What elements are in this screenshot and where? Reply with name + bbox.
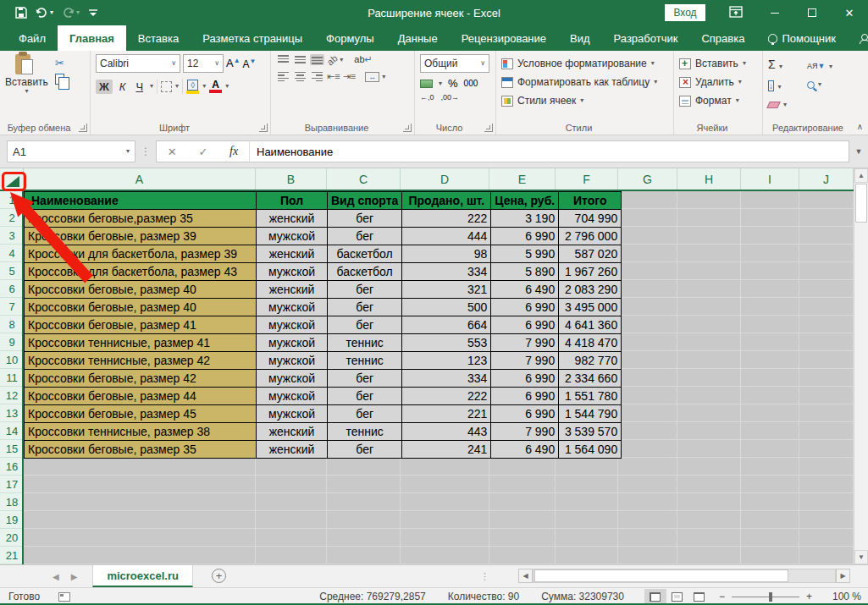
row-header-7[interactable]: 7 [0,298,24,316]
formula-input[interactable]: Наименование [249,140,849,162]
ribbon-tab-Помощник[interactable]: Помощник [756,25,848,51]
cell-total[interactable]: 2 796 000 [559,228,622,245]
zoom-level[interactable]: 100 % [821,591,861,602]
cell-gender[interactable]: мужской [257,316,328,334]
font-size-combo[interactable]: 12∨ [183,54,224,73]
grow-font-button[interactable]: А▲ [226,57,240,69]
table-header-cell[interactable]: Наименование [25,192,257,210]
customize-qat-button[interactable] [88,8,98,18]
font-color-button[interactable]: А [209,80,222,93]
fill-button[interactable]: ↓ ▾ [768,77,807,92]
redo-dropdown[interactable]: ▾ [76,9,80,16]
cell-price[interactable]: 6 990 [491,388,559,405]
cell-sport[interactable]: баскетбол [328,263,402,281]
cut-button[interactable]: ✂ [55,58,69,69]
cell-qty[interactable]: 553 [402,334,491,352]
underline-dropdown[interactable]: ▾ [150,83,153,90]
cell-gender[interactable]: женский [257,281,328,299]
fill-color-dropdown[interactable]: ▾ [202,83,206,90]
cell-qty[interactable]: 321 [402,281,491,299]
cell-total[interactable]: 3 539 570 [559,423,622,441]
ribbon-tab-Разметка страницы[interactable]: Разметка страницы [191,25,314,51]
table-header-cell[interactable]: Продано, шт. [402,192,491,210]
number-dialog-launcher[interactable] [484,124,493,132]
cell-total[interactable]: 587 020 [559,245,622,263]
status-stat[interactable]: Количество: 90 [448,591,519,602]
scroll-right-button[interactable]: ▶ [836,569,850,583]
cell-qty[interactable]: 444 [402,228,491,245]
align-bottom-button[interactable] [310,54,324,65]
row-header-3[interactable]: 3 [0,227,24,245]
cell-sport[interactable]: бег [328,405,402,423]
clipboard-dialog-launcher[interactable] [79,124,87,132]
previous-sheet-button[interactable]: ◀ [53,572,59,581]
conditional-formatting-button[interactable]: Условное форматирование▾ [501,54,670,73]
cell-total[interactable]: 1 551 780 [559,388,622,405]
name-box[interactable]: A1▾ [7,140,135,162]
row-header-13[interactable]: 13 [0,404,24,422]
cell-name[interactable]: Кроссовки беговые, размер 42 [25,370,257,388]
cell-gender[interactable]: женский [257,441,328,459]
cell-sport[interactable]: бег [328,388,402,405]
column-header-D[interactable]: D [401,168,489,190]
decrease-indent-icon[interactable]: ⇤≡ [327,71,340,82]
cell-name[interactable]: Кроссовки беговые, размер 39 [25,228,257,245]
vertical-scrollbar-thumb[interactable] [855,184,867,223]
collapse-ribbon-button[interactable]: ∧ [857,122,863,131]
page-layout-view-button[interactable] [666,589,688,605]
cell-total[interactable]: 982 770 [559,352,622,370]
cell-qty[interactable]: 222 [402,388,491,405]
cell-sport[interactable]: бег [328,316,402,334]
cell-qty[interactable]: 443 [402,423,491,441]
row-header-1[interactable]: 1 [0,191,24,209]
cell-gender[interactable]: мужской [257,299,328,316]
italic-button[interactable]: К [116,80,130,94]
orientation-dropdown[interactable]: ▾ [340,57,343,63]
column-header-E[interactable]: E [489,168,556,190]
column-header-F[interactable]: F [556,168,618,190]
next-sheet-button[interactable]: ▶ [71,572,78,581]
cell-sport[interactable]: теннис [328,352,402,370]
font-color-dropdown[interactable]: ▾ [225,83,229,90]
alignment-dialog-launcher[interactable] [403,124,412,132]
cell-name[interactable]: Кроссовки теннисные, размер 42 [25,352,257,370]
cell-name[interactable]: Кроссовки беговые, размер 35 [25,441,257,459]
cell-price[interactable]: 6 990 [491,405,559,423]
orientation-icon[interactable]: ab [325,52,340,67]
number-format-combo[interactable]: Общий∨ [420,54,489,73]
column-header-H[interactable]: H [677,168,741,190]
cell-gender[interactable]: женский [257,210,328,228]
row-header-11[interactable]: 11 [0,369,24,387]
ribbon-tab-Файл[interactable]: Файл [7,25,58,51]
cell-qty[interactable]: 334 [402,370,491,388]
row-header-17[interactable]: 17 [0,476,24,493]
undo-button[interactable]: ▾ [36,8,53,19]
ribbon-tab-Рецензирование[interactable]: Рецензирование [450,25,558,51]
row-header-20[interactable]: 20 [0,529,24,547]
cell-sport[interactable]: теннис [328,334,402,352]
column-header-J[interactable]: J [799,168,854,190]
cell-price[interactable]: 6 490 [491,441,559,459]
cell-gender[interactable]: мужской [257,405,328,423]
page-break-view-button[interactable] [688,589,710,605]
ribbon-tab-Формулы[interactable]: Формулы [314,25,386,51]
cell-gender[interactable]: мужской [257,228,328,245]
cell-qty[interactable]: 221 [402,405,491,423]
horizontal-scrollbar[interactable]: ◀ ▶ [518,568,850,584]
bold-button[interactable]: Ж [96,80,113,94]
borders-dropdown[interactable]: ▾ [175,83,179,90]
row-header-4[interactable]: 4 [0,245,24,262]
maximize-button[interactable] [793,0,831,25]
clear-button[interactable]: ▾ [768,102,807,108]
cell-name[interactable]: Кроссовки беговые, размер 44 [25,388,257,405]
find-select-button[interactable]: ▾ [807,81,846,89]
ribbon-tab-Вставка[interactable]: Вставка [126,25,191,51]
login-button[interactable]: Вход [665,4,705,21]
decrease-decimal-button[interactable]: ,00→ [441,93,460,102]
cell-sport[interactable]: бег [328,370,402,388]
new-sheet-button[interactable]: + [212,569,226,583]
ribbon-tab-Главная[interactable]: Главная [58,25,126,51]
column-header-A[interactable]: A [24,168,256,190]
table-header-cell[interactable]: Итого [559,192,622,210]
cell-price[interactable]: 6 990 [491,299,559,316]
